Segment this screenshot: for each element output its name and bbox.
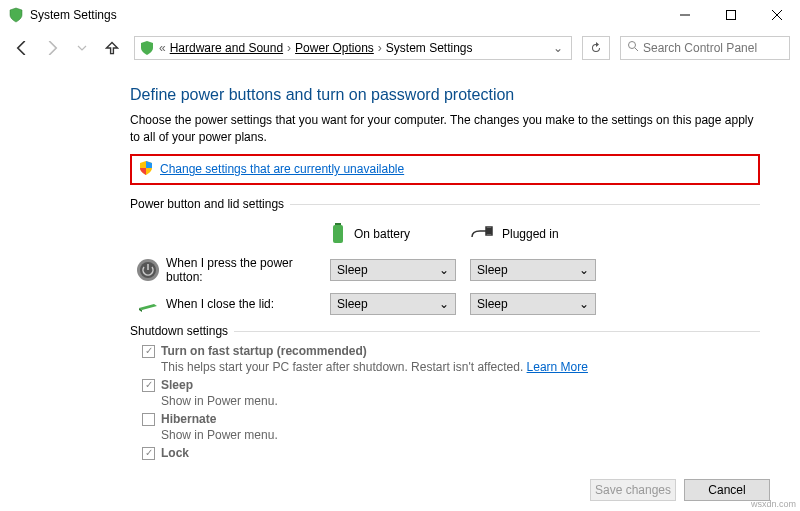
- svg-rect-6: [335, 223, 341, 225]
- shutdown-settings: Turn on fast startup (recommended) This …: [130, 344, 760, 460]
- svg-rect-7: [333, 225, 343, 243]
- lock-label: Lock: [161, 446, 189, 460]
- forward-button[interactable]: [40, 36, 64, 60]
- lock-checkbox[interactable]: [142, 447, 155, 460]
- hibernate-label: Hibernate: [161, 412, 216, 426]
- cancel-button[interactable]: Cancel: [684, 479, 770, 501]
- power-button-plugged-select[interactable]: Sleep⌄: [470, 259, 596, 281]
- sleep-desc: Show in Power menu.: [161, 394, 760, 408]
- shield-icon: [8, 7, 24, 23]
- learn-more-link[interactable]: Learn More: [527, 360, 588, 374]
- page-heading: Define power buttons and turn on passwor…: [130, 86, 760, 104]
- content-area: Define power buttons and turn on passwor…: [0, 66, 800, 460]
- footer-buttons: Save changes Cancel: [590, 479, 770, 501]
- row-power-button: When I press the power button: Sleep⌄ Sl…: [130, 256, 760, 284]
- chevron-right-icon: ›: [374, 41, 386, 55]
- power-button-icon: [130, 258, 166, 282]
- watermark: wsxdn.com: [751, 499, 796, 509]
- up-button[interactable]: [100, 36, 124, 60]
- fast-startup-label: Turn on fast startup (recommended): [161, 344, 367, 358]
- svg-line-5: [635, 48, 638, 51]
- svg-rect-8: [486, 228, 492, 234]
- maximize-button[interactable]: [708, 0, 754, 30]
- lid-battery-select[interactable]: Sleep⌄: [330, 293, 456, 315]
- search-icon: [627, 40, 639, 55]
- page-description: Choose the power settings that you want …: [130, 112, 760, 146]
- hibernate-checkbox[interactable]: [142, 413, 155, 426]
- hibernate-desc: Show in Power menu.: [161, 428, 760, 442]
- sleep-checkbox[interactable]: [142, 379, 155, 392]
- search-input[interactable]: [643, 41, 783, 55]
- svg-rect-1: [727, 11, 736, 20]
- titlebar: System Settings: [0, 0, 800, 30]
- lid-plugged-select[interactable]: Sleep⌄: [470, 293, 596, 315]
- fast-startup-row: Turn on fast startup (recommended): [142, 344, 760, 358]
- save-changes-button[interactable]: Save changes: [590, 479, 676, 501]
- change-settings-highlight: Change settings that are currently unava…: [130, 154, 760, 185]
- section-power-lid: Power button and lid settings: [130, 197, 760, 211]
- breadcrumb-system-settings: System Settings: [386, 41, 473, 55]
- sleep-label: Sleep: [161, 378, 193, 392]
- address-bar[interactable]: « Hardware and Sound › Power Options › S…: [134, 36, 572, 60]
- chevron-down-icon: ⌄: [439, 297, 449, 311]
- plug-icon: [470, 225, 494, 244]
- window-title: System Settings: [30, 8, 117, 22]
- chevron-down-icon: ⌄: [579, 297, 589, 311]
- back-button[interactable]: [10, 36, 34, 60]
- window-controls: [662, 0, 800, 30]
- lock-row: Lock: [142, 446, 760, 460]
- refresh-button[interactable]: [582, 36, 610, 60]
- uac-shield-icon: [138, 160, 154, 179]
- breadcrumb-root: «: [155, 41, 170, 55]
- power-button-label: When I press the power button:: [166, 256, 330, 284]
- col-plugged-in: Plugged in: [470, 225, 610, 244]
- svg-point-4: [629, 42, 636, 49]
- lid-icon: [130, 292, 166, 316]
- fast-startup-desc: This helps start your PC faster after sh…: [161, 360, 760, 374]
- close-lid-label: When I close the lid:: [166, 297, 330, 311]
- chevron-down-icon: ⌄: [439, 263, 449, 277]
- hibernate-row: Hibernate: [142, 412, 760, 426]
- breadcrumb-power-options[interactable]: Power Options: [295, 41, 374, 55]
- sleep-row: Sleep: [142, 378, 760, 392]
- fast-startup-checkbox[interactable]: [142, 345, 155, 358]
- shield-icon: [139, 40, 155, 56]
- nav-toolbar: « Hardware and Sound › Power Options › S…: [0, 30, 800, 66]
- row-close-lid: When I close the lid: Sleep⌄ Sleep⌄: [130, 292, 760, 316]
- minimize-button[interactable]: [662, 0, 708, 30]
- section-shutdown: Shutdown settings: [130, 324, 760, 338]
- search-box[interactable]: [620, 36, 790, 60]
- change-settings-link[interactable]: Change settings that are currently unava…: [160, 162, 404, 176]
- chevron-right-icon: ›: [283, 41, 295, 55]
- breadcrumb-hardware-sound[interactable]: Hardware and Sound: [170, 41, 283, 55]
- col-on-battery: On battery: [330, 221, 470, 248]
- close-button[interactable]: [754, 0, 800, 30]
- column-headers: On battery Plugged in: [130, 221, 760, 248]
- recent-dropdown[interactable]: [70, 36, 94, 60]
- chevron-down-icon[interactable]: ⌄: [549, 41, 567, 55]
- chevron-down-icon: ⌄: [579, 263, 589, 277]
- power-button-battery-select[interactable]: Sleep⌄: [330, 259, 456, 281]
- battery-icon: [330, 221, 346, 248]
